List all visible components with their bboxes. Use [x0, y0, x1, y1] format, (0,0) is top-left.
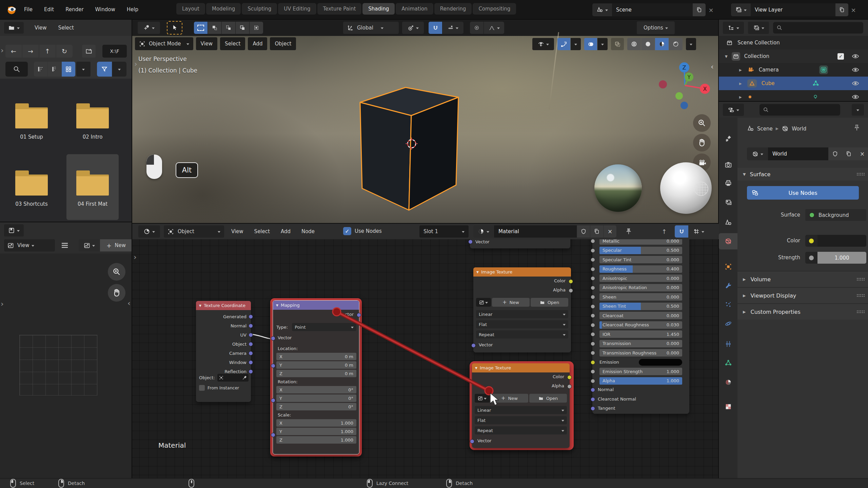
pan-hand-button[interactable]: [108, 284, 125, 302]
collapse-triangle-icon[interactable]: ▼: [475, 366, 477, 370]
extension-dropdown[interactable]: Repeat: [476, 330, 568, 339]
scene-name-field[interactable]: Scene: [612, 3, 693, 16]
options-dropdown[interactable]: Options: [637, 21, 675, 34]
object-picker-field[interactable]: [217, 374, 249, 382]
slot-dropdown[interactable]: Slot 1: [419, 225, 469, 238]
topbar-menu-window[interactable]: Window: [91, 3, 120, 16]
display-vertical-list-button[interactable]: [34, 62, 47, 77]
topbar-menu-help[interactable]: Help: [122, 3, 143, 16]
properties-tab-physics[interactable]: [719, 316, 737, 332]
select-box-tool-button[interactable]: [167, 21, 182, 35]
region-toggle-icon[interactable]: ‹: [127, 300, 131, 307]
view-layer-browse-button[interactable]: [731, 3, 751, 16]
properties-tab-texture[interactable]: [719, 399, 737, 415]
color-output-socket[interactable]: [569, 279, 573, 284]
properties-tab-constraints[interactable]: [719, 336, 737, 352]
mapping-scale-x-slider[interactable]: X1.000: [276, 419, 356, 427]
bsdf-anisotropic-slider[interactable]: Anisotropic0.000: [599, 274, 682, 282]
mode-dropdown[interactable]: Object Mode: [135, 37, 193, 50]
material-copy-button[interactable]: [590, 225, 603, 238]
proportional-falloff-dropdown[interactable]: [484, 22, 504, 34]
mapping-location-x-slider[interactable]: X0 m: [276, 353, 356, 360]
vector-input-socket[interactable]: [591, 397, 595, 402]
new-image-button[interactable]: +New: [100, 239, 132, 251]
editor-type-button[interactable]: [723, 22, 744, 34]
display-settings-dropdown[interactable]: [76, 62, 91, 77]
workspace-tab-sculpting[interactable]: Sculpting: [242, 3, 277, 15]
region-toggle-icon[interactable]: ›: [134, 253, 137, 261]
breadcrumb-world[interactable]: World: [792, 126, 806, 132]
active-tool-dropdown[interactable]: [138, 22, 160, 34]
interpolation-dropdown[interactable]: Linear: [475, 406, 567, 414]
image-browse-button[interactable]: [476, 298, 491, 307]
outliner-row-cube[interactable]: ▶Cube: [719, 77, 868, 90]
disclosure-triangle-icon[interactable]: ▶: [739, 95, 742, 99]
value-input-socket[interactable]: [591, 286, 595, 290]
output-socket-generated[interactable]: [249, 314, 253, 319]
alpha-output-socket[interactable]: [569, 288, 573, 293]
editor-type-button[interactable]: [723, 104, 744, 116]
snap-toggle-button[interactable]: [429, 22, 442, 34]
breadcrumb-scene[interactable]: Scene: [757, 126, 773, 132]
viewport-zoom-button[interactable]: [693, 114, 711, 132]
workspace-tab-shading[interactable]: Shading: [362, 3, 395, 15]
shader-menu-select[interactable]: Select: [250, 225, 275, 238]
shading-solid-button[interactable]: [641, 38, 655, 50]
bsdf-transmission-roughness-slider[interactable]: Transmission Roughness0.000: [599, 349, 682, 357]
bsdf-emission-row[interactable]: Emission: [599, 359, 682, 366]
workspace-tab-modeling[interactable]: Modeling: [206, 3, 241, 15]
properties-tab-object[interactable]: [719, 259, 737, 275]
disclosure-triangle-icon[interactable]: ▼: [725, 55, 728, 58]
alpha-output-socket[interactable]: [567, 384, 572, 389]
pin-id-icon[interactable]: [853, 124, 861, 132]
workspace-tab-animation[interactable]: Animation: [396, 3, 433, 15]
show-gizmo-button[interactable]: [557, 38, 570, 50]
panel-volume[interactable]: ▶Volume: [737, 271, 868, 287]
bsdf-alpha-slider[interactable]: Alpha1.000: [599, 377, 682, 385]
zoom-in-button[interactable]: [108, 263, 125, 281]
eyedropper-icon[interactable]: [242, 375, 247, 380]
outliner-row-light[interactable]: ▶: [719, 90, 868, 102]
panel-viewport-display[interactable]: ▶Viewport Display: [737, 287, 868, 303]
select-mode-intersect-button[interactable]: [250, 22, 263, 34]
mapping-rotation-x-slider[interactable]: X0°: [276, 386, 356, 393]
surface-panel-header[interactable]: ▼ Surface: [737, 168, 868, 181]
folder-item[interactable]: 04 First Mat: [66, 154, 119, 220]
filter-settings-dropdown[interactable]: [112, 62, 126, 77]
properties-tab-data[interactable]: [719, 355, 737, 371]
pin-icon[interactable]: [625, 227, 633, 236]
output-socket-window[interactable]: [249, 360, 253, 365]
display-mode-dropdown[interactable]: [748, 22, 769, 34]
forward-button[interactable]: →: [22, 45, 39, 58]
region-toggle-icon[interactable]: ›: [1, 47, 4, 54]
disclosure-triangle-icon[interactable]: ▶: [739, 68, 742, 72]
viewport-menu-add[interactable]: Add: [248, 37, 267, 50]
viewport-menu-select[interactable]: Select: [220, 37, 245, 50]
visibility-eye-icon[interactable]: [852, 66, 859, 74]
new-folder-button[interactable]: [82, 45, 96, 58]
open-image-button[interactable]: Open: [531, 298, 568, 307]
node-image-texture-top[interactable]: ▼ Image Texture Color Alpha +New Open Li…: [473, 267, 571, 352]
select-mode-subtract-button[interactable]: [222, 22, 235, 34]
collapse-triangle-icon[interactable]: ▼: [199, 304, 201, 307]
properties-tab-view-layer[interactable]: [719, 195, 737, 211]
node-header[interactable]: ▼ Image Texture: [472, 363, 570, 372]
mapping-type-dropdown[interactable]: Point: [292, 323, 356, 331]
editor-type-button[interactable]: [4, 22, 24, 34]
color-output-socket[interactable]: [567, 375, 572, 380]
properties-tab-scene[interactable]: [719, 215, 737, 231]
drag-dots-icon[interactable]: [856, 294, 865, 297]
drag-dots-icon[interactable]: [856, 278, 865, 281]
properties-tab-particles[interactable]: [719, 297, 737, 313]
viewport-menu-object[interactable]: Object: [270, 37, 296, 50]
bsdf-emission-strength-slider[interactable]: Emission Strength1.000: [599, 368, 682, 375]
mapping-rotation-y-slider[interactable]: Y0°: [276, 394, 356, 402]
image-browse-button[interactable]: [79, 239, 100, 251]
file-browser-menu-view[interactable]: View: [31, 22, 51, 34]
overlays-settings-dropdown[interactable]: [597, 38, 608, 50]
from-instancer-checkbox[interactable]: [199, 385, 205, 391]
workspace-tab-compositing[interactable]: Compositing: [473, 3, 516, 15]
projection-dropdown[interactable]: Flat: [476, 320, 568, 328]
material-unlink-button[interactable]: ×: [604, 225, 616, 238]
world-name-field[interactable]: World: [768, 147, 828, 160]
